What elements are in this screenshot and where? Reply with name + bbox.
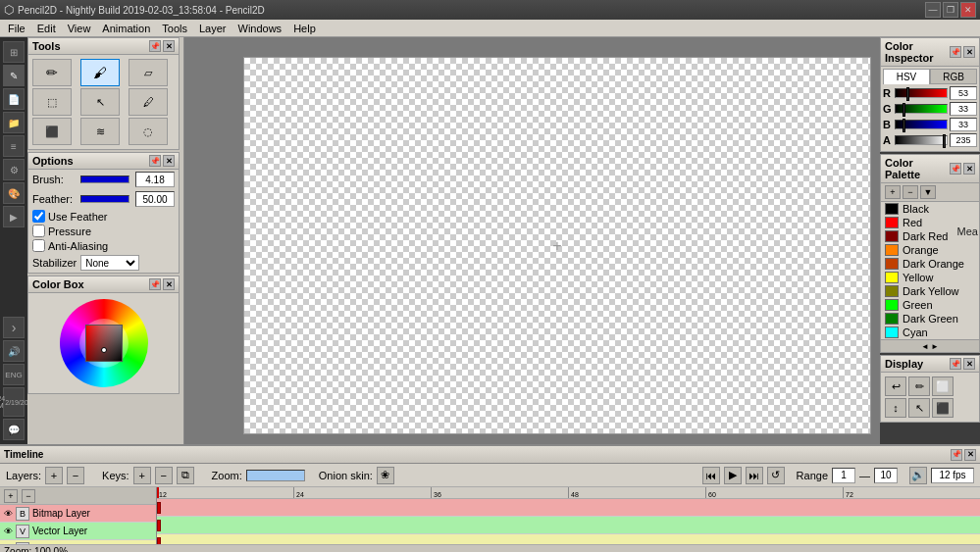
palette-pin-button[interactable]: 📌 [950, 163, 961, 175]
display-tool-frame[interactable]: ⬜ [932, 376, 954, 396]
tools-pin-button[interactable]: 📌 [149, 40, 161, 52]
app-icon-sound[interactable]: 🔊 [3, 340, 25, 362]
app-icon-pencil[interactable]: ✎ [3, 65, 25, 86]
palette-remove-button[interactable]: − [903, 185, 918, 199]
tool-pencil[interactable]: ✏ [32, 59, 72, 86]
track-bitmap[interactable] [157, 499, 980, 517]
layer-camera-name[interactable]: Camera Layer [32, 543, 94, 544]
playhead[interactable] [157, 487, 159, 498]
ci-pin-button[interactable]: 📌 [950, 46, 961, 58]
ci-val-g[interactable]: 33 [950, 102, 977, 116]
minimize-button[interactable]: — [925, 2, 941, 18]
palette-item[interactable]: Orange [881, 243, 979, 257]
display-tool-arrow[interactable]: ↖ [908, 398, 930, 418]
use-feather-checkbox[interactable] [32, 210, 45, 223]
palette-item[interactable]: Dark Orange [881, 257, 979, 271]
ci-bar-b[interactable] [895, 120, 948, 129]
palette-add-button[interactable]: + [885, 185, 901, 199]
menu-item-animation[interactable]: Animation [96, 22, 156, 35]
tools-close-button[interactable]: ✕ [163, 40, 175, 52]
app-icon-file[interactable]: 📄 [3, 88, 25, 110]
tl-dup-key[interactable]: ⧉ [177, 467, 194, 484]
app-icon-chat[interactable]: 💬 [3, 419, 25, 440]
timeline-close-button[interactable]: ✕ [964, 449, 976, 461]
color-square[interactable] [85, 325, 123, 362]
ci-bar-a[interactable] [895, 135, 948, 145]
options-pin-button[interactable]: 📌 [149, 155, 161, 167]
app-icon-grid[interactable]: ⊞ [3, 41, 25, 63]
layer-camera-eye[interactable]: 👁 [4, 544, 13, 545]
palette-item[interactable]: Cyan [881, 326, 979, 339]
palette-item[interactable]: Green [881, 298, 979, 312]
feather-input[interactable] [135, 191, 175, 207]
tool-move[interactable]: ↖ [80, 88, 120, 116]
tool-smudge[interactable]: ≋ [80, 118, 120, 145]
tl-range-from[interactable] [832, 468, 855, 483]
tl-zoom-bar[interactable] [246, 470, 305, 481]
layer-vector-name[interactable]: Vector Layer [32, 526, 87, 536]
tool-eyedropper[interactable]: 🖊 [129, 88, 168, 116]
tl-volume[interactable]: 🔊 [909, 467, 927, 484]
display-tool-draw[interactable]: ✏ [908, 376, 930, 396]
timeline-pin-button[interactable]: 📌 [951, 449, 962, 461]
app-icon-folder[interactable]: 📁 [3, 112, 25, 133]
feather-slider[interactable] [80, 195, 129, 203]
palette-menu-button[interactable]: ▼ [920, 185, 936, 199]
tl-add-layer[interactable]: + [45, 467, 63, 484]
app-icon-animate[interactable]: ▶ [3, 206, 25, 227]
palette-close-button[interactable]: ✕ [963, 163, 975, 175]
ci-close-button[interactable]: ✕ [963, 46, 975, 58]
tl-next-frame[interactable]: ⏭ [746, 467, 763, 484]
tl-layer-add[interactable]: + [4, 489, 18, 503]
tool-brush[interactable]: 🖌 [80, 59, 120, 86]
options-close-button[interactable]: ✕ [163, 155, 175, 167]
palette-item[interactable]: Yellow [881, 271, 979, 284]
canvas-area[interactable]: + [184, 37, 880, 444]
layer-bitmap-eye[interactable]: 👁 [4, 509, 13, 519]
palette-item[interactable]: Black [881, 202, 979, 216]
menu-item-windows[interactable]: Windows [232, 22, 288, 35]
display-close-button[interactable]: ✕ [963, 358, 975, 370]
menu-item-tools[interactable]: Tools [156, 22, 193, 35]
display-tool-camera[interactable]: ⬛ [932, 398, 954, 418]
tl-layer-del[interactable]: − [22, 489, 35, 503]
ci-bar-r[interactable] [895, 88, 948, 98]
layer-vector-eye[interactable]: 👁 [4, 527, 13, 536]
colorbox-pin-button[interactable]: 📌 [149, 278, 161, 290]
tool-lasso[interactable]: ◌ [129, 118, 168, 145]
app-icon-settings[interactable]: ⚙ [3, 159, 25, 180]
tool-eraser[interactable]: ▱ [129, 59, 168, 86]
tl-loop[interactable]: ↺ [767, 467, 785, 484]
tl-prev-frame[interactable]: ⏮ [702, 467, 720, 484]
app-icon-palette[interactable]: 🎨 [3, 182, 25, 204]
display-pin-button[interactable]: 📌 [950, 358, 961, 370]
tool-bucket[interactable]: ⬛ [32, 118, 72, 145]
tl-range-to[interactable] [874, 468, 898, 483]
colorbox-close-button[interactable]: ✕ [163, 278, 175, 290]
app-icon-lang[interactable]: ENG [3, 364, 25, 385]
ci-bar-g[interactable] [895, 104, 948, 114]
ci-tab-hsv[interactable]: HSV [883, 69, 930, 84]
canvas-background[interactable]: + [243, 57, 871, 434]
pressure-checkbox[interactable] [32, 225, 45, 237]
menu-item-layer[interactable]: Layer [193, 22, 232, 35]
display-tool-undo[interactable]: ↩ [885, 376, 906, 396]
ci-tab-rgb[interactable]: RGB [930, 69, 977, 84]
ci-val-b[interactable]: 33 [950, 118, 977, 131]
stabilizer-select[interactable]: None Simple Strong [80, 255, 139, 271]
color-wheel-container[interactable] [28, 293, 179, 393]
brush-size-input[interactable] [135, 172, 175, 187]
tool-select-rect[interactable]: ⬚ [32, 88, 72, 116]
tl-remove-layer[interactable]: − [67, 467, 84, 484]
tl-onion[interactable]: ❀ [377, 467, 394, 484]
ci-val-a[interactable]: 235 [950, 133, 977, 147]
tl-add-key[interactable]: + [133, 467, 151, 484]
maximize-button[interactable]: ❐ [943, 2, 958, 18]
layer-bitmap-name[interactable]: Bitmap Layer [32, 508, 90, 519]
close-button[interactable]: ✕ [960, 2, 976, 18]
track-camera[interactable] [157, 534, 980, 544]
menu-item-view[interactable]: View [62, 22, 97, 35]
tl-remove-key[interactable]: − [155, 467, 173, 484]
app-icon-layers[interactable]: ≡ [3, 135, 25, 157]
palette-item[interactable]: Dark Yellow [881, 284, 979, 298]
